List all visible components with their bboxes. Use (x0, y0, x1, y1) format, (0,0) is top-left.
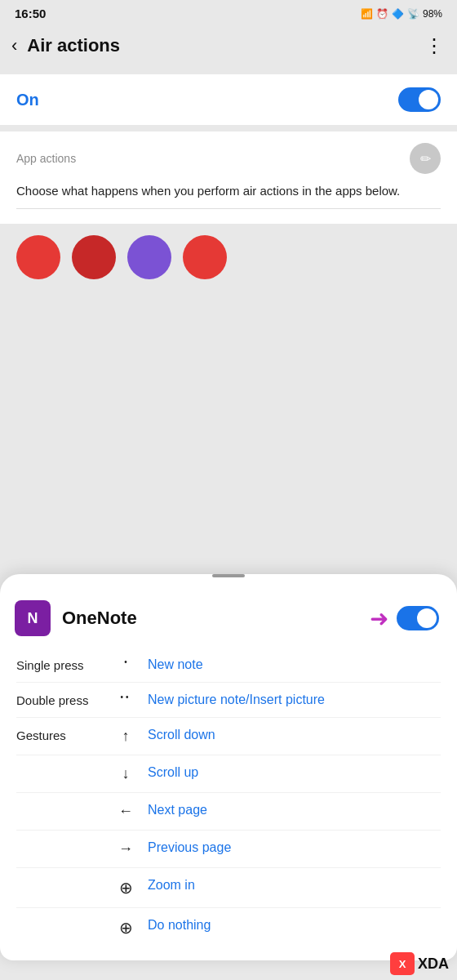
on-label: On (16, 91, 39, 109)
xda-logo: X (390, 952, 415, 975)
gestures-scroll-down-row: Gestures ↑ Scroll down (16, 718, 441, 755)
onenote-name: OneNote (62, 608, 137, 629)
page-title: Air actions (27, 35, 120, 56)
divider (16, 208, 441, 209)
arrow-down-icon-col: ↓ (110, 765, 141, 782)
do-nothing-row: ⊕ Do nothing (16, 908, 441, 947)
onenote-left: N OneNote (15, 600, 137, 636)
double-press-row: Double press •• New picture note/Insert … (16, 683, 441, 718)
empty-label-1 (16, 765, 110, 766)
zoom-in-icon-col: ⊕ (110, 878, 141, 898)
double-press-label: Double press (16, 693, 110, 707)
status-icons: 📶 ⏰ 🔷 📡 98% (361, 8, 442, 20)
menu-button[interactable]: ⋮ (424, 34, 444, 57)
do-nothing-value[interactable]: Do nothing (141, 918, 441, 933)
top-nav: ‹ Air actions ⋮ (0, 24, 457, 68)
xda-logo-letter: X (399, 958, 406, 970)
arrow-left-icon: ← (118, 803, 133, 820)
double-dot-icon: •• (120, 693, 131, 702)
app-actions-header: App actions ✏ (16, 143, 441, 174)
onenote-icon: N (15, 600, 51, 636)
alarm-icon: ⏰ (376, 8, 388, 20)
status-time: 16:50 (15, 7, 46, 20)
gestures-label: Gestures (16, 728, 110, 742)
single-press-label: Single press (16, 657, 110, 672)
zoom-nothing-icon-col: ⊕ (110, 918, 141, 938)
previous-page-row: → Previous page (16, 831, 441, 868)
app-actions-section: App actions ✏ Choose what happens when y… (0, 131, 457, 224)
zoom-in-value[interactable]: Zoom in (141, 878, 441, 893)
arrow-up-icon: ↑ (122, 728, 130, 745)
app-icon-3[interactable] (127, 235, 171, 279)
arrow-right-gesture-icon: → (118, 840, 133, 858)
zoom-in-row: ⊕ Zoom in (16, 868, 441, 908)
scroll-hint (212, 574, 245, 577)
on-toggle-row: On (0, 74, 457, 125)
xda-brand-text: XDA (418, 956, 449, 973)
single-press-icon-col: • (110, 657, 141, 666)
empty-label-3 (16, 840, 110, 841)
empty-label-2 (16, 803, 110, 804)
nav-left: ‹ Air actions (8, 32, 120, 60)
double-press-icon-col: •• (110, 693, 141, 702)
single-press-row: Single press • New note (16, 648, 441, 683)
toggle-knob (419, 90, 438, 109)
wifi-icon: 📡 (407, 8, 419, 20)
double-press-value[interactable]: New picture note/Insert picture (141, 693, 441, 707)
zoom-in-icon: ⊕ (119, 878, 133, 898)
bottom-sheet: N OneNote ➜ Single press • New note Doub… (0, 574, 457, 960)
arrow-down-icon: ↓ (122, 765, 130, 782)
scroll-down-value[interactable]: Scroll down (141, 728, 441, 742)
onenote-header: N OneNote ➜ (0, 584, 457, 648)
next-page-value[interactable]: Next page (141, 803, 441, 817)
onenote-toggle[interactable] (397, 606, 439, 630)
arrow-right-icon: ➜ (370, 605, 388, 632)
scroll-up-value[interactable]: Scroll up (141, 765, 441, 780)
arrow-right-icon-col: → (110, 840, 141, 858)
single-press-value[interactable]: New note (141, 657, 441, 672)
toggle-knob-onenote (417, 608, 437, 628)
gesture-section: Single press • New note Double press •• … (0, 648, 457, 947)
previous-page-value[interactable]: Previous page (141, 840, 441, 855)
status-bar: 16:50 📶 ⏰ 🔷 📡 98% (0, 0, 457, 24)
arrow-left-icon-col: ← (110, 803, 141, 820)
app-icon-1[interactable] (16, 235, 60, 279)
zoom-nothing-icon: ⊕ (119, 918, 133, 938)
app-icon-4[interactable] (183, 235, 227, 279)
battery-icon: 98% (423, 8, 442, 20)
bluetooth-icon: 🔷 (392, 8, 404, 20)
empty-label-4 (16, 878, 110, 879)
edit-button[interactable]: ✏ (410, 143, 441, 174)
onenote-right: ➜ (370, 605, 439, 632)
on-toggle[interactable] (398, 87, 441, 112)
next-page-row: ← Next page (16, 793, 441, 831)
onenote-letter: N (28, 610, 38, 627)
empty-label-5 (16, 918, 110, 919)
app-icon-2[interactable] (72, 235, 116, 279)
scroll-up-row: ↓ Scroll up (16, 755, 441, 793)
signal-icon: 📶 (361, 8, 373, 20)
app-actions-label: App actions (16, 152, 76, 165)
xda-watermark: X XDA (390, 952, 449, 975)
app-icons-row (0, 229, 457, 291)
single-dot-icon: • (124, 657, 127, 666)
back-button[interactable]: ‹ (8, 32, 20, 60)
app-actions-desc: Choose what happens when you perform air… (16, 184, 400, 198)
pencil-icon: ✏ (420, 151, 431, 167)
arrow-up-icon-col: ↑ (110, 728, 141, 745)
